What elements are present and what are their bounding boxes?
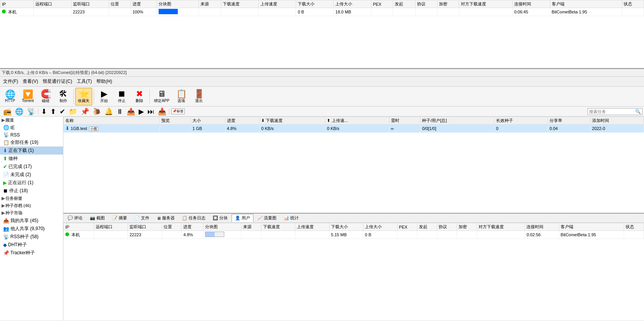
task-share-ratio: 0.04: [548, 125, 590, 133]
task-tb-tag-label[interactable]: 📌标签: [171, 109, 185, 114]
toolbar-http-button[interactable]: 🌐 HTTP: [2, 88, 18, 105]
col-dl-speed: 下载速度: [221, 0, 258, 8]
sidebar-item-tracker-seed[interactable]: 📌 Tracker种子: [0, 249, 63, 257]
tab-users-label: 用户: [242, 215, 250, 221]
col-conn-time: 连接时间: [512, 0, 550, 8]
toolbar-start-button[interactable]: ▶ 开始: [96, 88, 113, 105]
toolbar-bind-app-button[interactable]: 🖥 绑定APP: [151, 88, 172, 105]
sidebar-item-ie[interactable]: 🌐 IE: [0, 124, 63, 131]
sidebar-item-all[interactable]: 📋 全部任务 (19): [0, 138, 63, 147]
menu-view[interactable]: 查看(V): [20, 77, 40, 86]
bottom-tab-bar: 💬 评论 📷 截图 📝 摘要 📄 文件 🖥 服务器: [63, 214, 644, 223]
peer-remote-port: [33, 8, 71, 16]
downloading-icon: ⬇: [3, 148, 7, 153]
bp-col-progress: 进度: [182, 223, 204, 231]
task-tb-notify[interactable]: 🔔: [103, 107, 114, 116]
sidebar-item-incomplete[interactable]: 📄 未完成 (2): [0, 171, 63, 179]
bp-status: [624, 231, 644, 239]
toolbar-stop-button[interactable]: ⏹ 停止: [113, 88, 130, 105]
task-small-tag[interactable]: 小图: [89, 127, 98, 131]
task-search-box[interactable]: 🔍: [588, 108, 642, 115]
task-col-size: 大小: [191, 117, 225, 125]
sidebar-item-completed[interactable]: ✔ 已完成 (17): [0, 163, 63, 171]
task-tb-ie[interactable]: 🌐: [13, 107, 25, 116]
bottom-peer-table: IP 远程端口 监听端口 位置 进度 分块图 来源 下载速度 上传速度 下载大小…: [63, 223, 644, 239]
tab-users[interactable]: 👤 用户: [232, 214, 253, 222]
task-row-0[interactable]: ⬇ 1GB.test 小图 1 GB 4.8% 0 KB/s 0 KB/s ∞ …: [64, 125, 644, 133]
tracker-seed-icon: 📌: [3, 250, 9, 256]
sidebar-header-task-tags[interactable]: ▶ 任务标签: [0, 195, 63, 202]
screenshot-icon: 📷: [90, 216, 95, 221]
menu-tools[interactable]: 工具(T): [74, 77, 94, 86]
toolbar-magnet-button[interactable]: 🧲 磁链: [37, 88, 54, 105]
sidebar-stopped-label: 停止 (18): [9, 188, 28, 194]
peer-blockmap: [157, 8, 199, 16]
task-tb-folder[interactable]: 📁: [67, 107, 79, 116]
sidebar-all-label: 全部任务 (19): [10, 139, 38, 146]
seed-archive-label: 种子存档 (46): [5, 203, 31, 209]
task-tb-ul[interactable]: ⬆: [49, 107, 58, 116]
sidebar-header-seed-archive[interactable]: ▶ 种子存档 (46): [0, 202, 63, 209]
bp-protocol: [437, 231, 457, 239]
sidebar-item-rss[interactable]: 📡 RSS: [0, 131, 63, 138]
col-pex: PEX: [371, 0, 393, 8]
sidebar-item-dht-seed[interactable]: ◆ DHT种子: [0, 241, 63, 249]
sidebar-header-seed-market[interactable]: ▶ 种子市场: [0, 209, 63, 217]
tab-summary[interactable]: 📝 摘要: [109, 214, 131, 222]
task-tb-play[interactable]: ▶: [137, 107, 146, 116]
toolbar-torrent-button[interactable]: 🔽 Torrent: [19, 88, 36, 105]
task-tb-skip[interactable]: ⏭: [146, 107, 156, 116]
toolbar-favorites-button[interactable]: ⭐ 收藏夹: [75, 88, 92, 105]
col-encrypt: 加密: [437, 0, 459, 8]
options-label: 选项: [177, 98, 185, 104]
delete-label: 删除: [136, 98, 143, 104]
sidebar-item-rss-seed[interactable]: 📡 RSS种子 (58): [0, 233, 63, 241]
sidebar-item-stopped[interactable]: ⏹ 停止 (18): [0, 187, 63, 195]
sidebar-item-seeding[interactable]: ⬆ 做种: [0, 155, 63, 163]
task-tb-channel[interactable]: 📻: [2, 107, 13, 116]
bp-peer-dl-speed: [477, 231, 525, 239]
sidebar-item-downloading[interactable]: ⬇ 正在下载 (1): [0, 147, 63, 155]
my-share-icon: 📤: [3, 218, 9, 224]
tab-traffic[interactable]: 📈 流量图: [254, 214, 280, 222]
tab-task-log[interactable]: 📋 任务日志: [179, 214, 209, 222]
task-tb-dl[interactable]: ⬇: [40, 107, 48, 116]
toolbar-exit-button[interactable]: 🚪 退出: [190, 88, 207, 105]
menu-comet-pass[interactable]: 彗星通行证(C): [40, 77, 74, 86]
sidebar-item-running[interactable]: ▶ 正在运行 (1): [0, 179, 63, 187]
tab-files[interactable]: 📄 文件: [131, 214, 153, 222]
task-tb-pause[interactable]: ⏸: [115, 107, 125, 116]
task-search-input[interactable]: [589, 109, 635, 114]
bottom-panel: 💬 评论 📷 截图 📝 摘要 📄 文件 🖥 服务器: [63, 213, 644, 320]
favorites-icon: ⭐: [79, 90, 89, 98]
tab-stats[interactable]: 📊 统计: [280, 214, 302, 222]
peer-initiated: [393, 8, 415, 16]
sidebar-header-channel[interactable]: ▶ 频道: [0, 117, 63, 124]
search-icon: 🔍: [635, 109, 641, 114]
menu-help[interactable]: 帮助(H): [94, 77, 114, 86]
menu-file[interactable]: 文件(F): [1, 77, 20, 86]
tab-server[interactable]: 🖥 服务器: [153, 214, 178, 222]
sidebar-item-others-share[interactable]: 👥 他人共享 (9,970): [0, 225, 63, 233]
toolbar-options-button[interactable]: 📋 选项: [173, 88, 190, 105]
toolbar-make-button[interactable]: 🛠 制作: [55, 88, 72, 105]
task-tb-rss[interactable]: 📡: [25, 107, 37, 116]
task-tb-upload[interactable]: 📤: [125, 107, 137, 116]
task-col-ul-speed: ⬆ 上传速...: [325, 117, 389, 125]
task-tb-slow[interactable]: 🐌: [91, 107, 103, 116]
peer-source: [199, 8, 221, 16]
tab-comment[interactable]: 💬 评论: [64, 214, 86, 222]
dht-seed-icon: ◆: [3, 242, 7, 248]
sidebar-item-my-share[interactable]: 📤 我的共享 (45): [0, 217, 63, 225]
tab-blocks[interactable]: 🔲 分块: [209, 214, 231, 222]
toolbar-delete-button[interactable]: ✖ 删除: [131, 88, 148, 105]
task-tb-import[interactable]: 📥: [156, 107, 168, 116]
task-tb-done[interactable]: ✔: [58, 107, 67, 116]
bp-col-ip: IP: [64, 223, 94, 231]
tab-screenshot[interactable]: 📷 截图: [86, 214, 108, 222]
bottom-content[interactable]: IP 远程端口 监听端口 位置 进度 分块图 来源 下载速度 上传速度 下载大小…: [63, 223, 644, 320]
tab-stats-label: 统计: [290, 215, 299, 221]
task-progress: 4.8%: [225, 125, 260, 133]
task-tb-pin[interactable]: 📌: [79, 107, 91, 116]
task-list-scroll[interactable]: 名称 预览 大小 进度 ⬇ 下载速度 ⬆ 上传速... 需时 种子/用户[总] …: [63, 117, 644, 213]
